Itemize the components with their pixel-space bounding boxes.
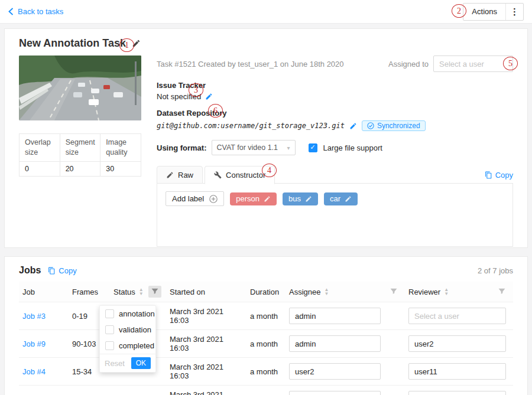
copy-icon	[485, 171, 492, 179]
task-params-table: Overlap size Segment size Image quality …	[19, 133, 141, 177]
task-title: New Annotation Task	[19, 37, 126, 50]
labels-tabbar: Raw Constructor Copy	[157, 166, 513, 184]
col-frames: Frames	[69, 282, 110, 302]
label-chip-person[interactable]: person	[230, 192, 277, 205]
table-row: Job #4 15-34 March 3rd 2021 16:03 a mont…	[19, 358, 513, 386]
reviewer-input[interactable]	[408, 391, 506, 395]
actions-button[interactable]: Actions ⋮	[463, 3, 524, 21]
task-details-card: New Annotation Task	[4, 28, 528, 248]
duration-cell: a month	[246, 386, 286, 395]
col-status-label[interactable]: Status	[113, 288, 135, 296]
tab-raw[interactable]: Raw	[157, 166, 203, 184]
col-job-label: Job	[22, 288, 35, 296]
job-link[interactable]: Job #3	[22, 312, 46, 321]
col-started-label: Started on	[170, 288, 205, 296]
tab-constructor[interactable]: Constructor	[205, 166, 275, 184]
large-file-label: Large file support	[323, 143, 382, 152]
jobs-copy-button[interactable]: Copy	[48, 266, 76, 275]
edit-repository-icon[interactable]	[349, 122, 357, 130]
filter-ok-button[interactable]: OK	[131, 357, 151, 369]
jobs-title: Jobs	[19, 265, 41, 276]
sync-status-badge: Synchronized	[362, 120, 426, 131]
add-label-button[interactable]: Add label	[166, 191, 224, 206]
format-select[interactable]: CVAT for video 1.1 ▾	[212, 140, 296, 155]
actions-label: Actions	[463, 4, 505, 20]
assignee-input[interactable]	[289, 391, 381, 395]
jobs-copy-label: Copy	[59, 266, 76, 275]
col-reviewer: Reviewer ▲▼	[405, 282, 513, 302]
jobs-card: Jobs Copy 2 of 7 jobs Job Frames Status …	[4, 256, 528, 395]
jobs-count: 2 of 7 jobs	[478, 266, 513, 275]
status-filter-icon[interactable]	[148, 286, 161, 298]
filter-label-validation: validation	[119, 325, 151, 334]
status-filter-dropdown: annotation validation completed Reset OK	[99, 305, 156, 373]
edit-label-icon[interactable]	[305, 195, 312, 203]
edit-issue-tracker-icon[interactable]	[205, 93, 213, 100]
col-assignee: Assignee ▲▼	[286, 282, 405, 302]
duration-cell: a month	[246, 302, 286, 330]
started-cell: March 3rd 2021 16:03	[166, 330, 246, 358]
filter-checkbox-completed[interactable]	[105, 341, 114, 350]
param-value-overlap: 0	[20, 161, 60, 176]
plus-circle-icon	[209, 195, 218, 203]
edit-label-icon[interactable]	[345, 195, 352, 203]
sync-badge-label: Synchronized	[377, 122, 420, 130]
col-frames-label: Frames	[72, 288, 98, 296]
reviewer-input[interactable]	[408, 335, 506, 352]
job-link[interactable]: Job #9	[22, 339, 46, 348]
tab-raw-label: Raw	[178, 171, 193, 179]
table-row: Job #3 0-19 March 3rd 2021 16:03 a month	[19, 302, 513, 330]
format-select-value: CVAT for video 1.1	[217, 143, 278, 152]
col-assignee-label[interactable]: Assignee	[289, 288, 320, 296]
col-reviewer-label[interactable]: Reviewer	[408, 288, 440, 296]
started-cell: March 3rd 2021 16:03	[166, 386, 246, 395]
param-value-segment: 20	[60, 161, 100, 176]
assigned-to-input[interactable]	[433, 56, 513, 72]
large-file-checkbox[interactable]	[309, 143, 317, 152]
issue-tracker-value: Not specified	[157, 92, 201, 101]
param-value-quality: 30	[100, 161, 141, 176]
edit-task-name-icon[interactable]	[132, 39, 141, 48]
param-header-overlap: Overlap size	[20, 134, 60, 162]
param-header-quality: Image quality	[100, 134, 141, 162]
job-link[interactable]: Job #4	[22, 367, 46, 376]
labels-copy-label: Copy	[495, 171, 513, 179]
col-started: Started on	[166, 282, 246, 302]
filter-option-validation[interactable]: validation	[100, 322, 155, 338]
assignee-input[interactable]	[289, 335, 381, 352]
duration-cell: a month	[246, 358, 286, 386]
filter-option-annotation[interactable]: annotation	[100, 306, 155, 322]
back-to-tasks-link[interactable]: Back to tasks	[8, 7, 63, 16]
edit-label-icon[interactable]	[264, 195, 271, 203]
chevron-left-icon	[8, 8, 14, 15]
status-sorter-icon[interactable]: ▲▼	[139, 288, 144, 296]
filter-checkbox-annotation[interactable]	[105, 309, 114, 318]
label-chip-bus[interactable]: bus	[283, 192, 318, 205]
reviewer-sorter-icon[interactable]: ▲▼	[444, 288, 449, 296]
reviewer-filter-icon[interactable]	[495, 286, 508, 298]
duration-cell: a month	[246, 330, 286, 358]
assignee-input[interactable]	[289, 308, 381, 324]
reviewer-input[interactable]	[408, 308, 506, 324]
filter-reset-button[interactable]: Reset	[105, 359, 125, 368]
filter-option-completed[interactable]: completed	[100, 338, 155, 354]
label-chip-car[interactable]: car	[324, 192, 358, 205]
issue-tracker-label: Issue Tracker	[157, 81, 513, 90]
assignee-input[interactable]	[289, 363, 381, 380]
tab-constructor-label: Constructor	[226, 171, 265, 179]
check-circle-icon	[367, 122, 374, 129]
constructor-tool-icon	[214, 171, 222, 179]
task-thumbnail	[19, 56, 141, 120]
label-chip-bus-name: bus	[288, 194, 301, 203]
label-chip-car-name: car	[330, 194, 340, 203]
reviewer-input[interactable]	[408, 363, 506, 380]
filter-checkbox-validation[interactable]	[105, 325, 114, 334]
top-bar: Back to tasks Actions ⋮	[0, 0, 532, 24]
assignee-filter-icon[interactable]	[387, 286, 400, 298]
assignee-sorter-icon[interactable]: ▲▼	[324, 288, 329, 296]
labels-copy-button[interactable]: Copy	[485, 171, 513, 184]
using-format-label: Using format:	[157, 143, 207, 152]
label-chip-person-name: person	[236, 194, 259, 203]
frames-cell: 75-94	[69, 386, 110, 395]
more-vertical-icon[interactable]: ⋮	[505, 4, 523, 20]
